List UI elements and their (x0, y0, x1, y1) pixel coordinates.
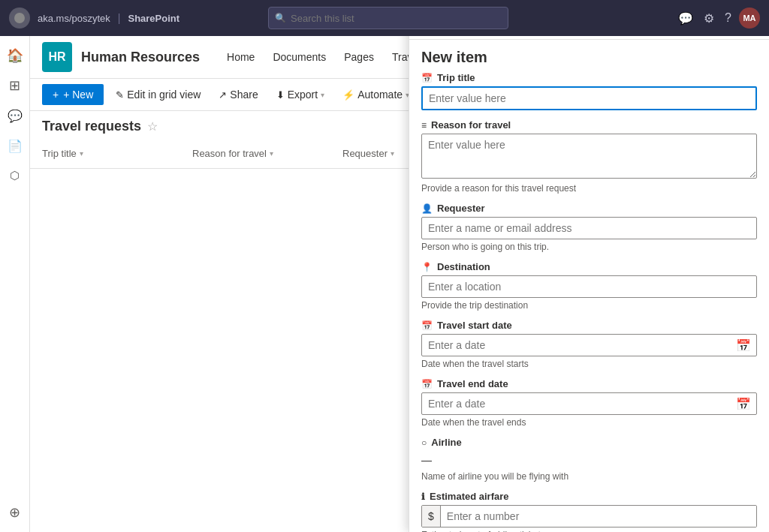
col-header-trip-title[interactable]: Trip title ▾ (42, 148, 192, 159)
reason-textarea[interactable] (421, 134, 757, 179)
new-button[interactable]: + + New (42, 84, 104, 105)
airfare-input-wrapper: $ (421, 505, 757, 527)
sort-icon: ▾ (391, 149, 394, 158)
airfare-info-icon: ℹ (421, 491, 425, 502)
airfare-input[interactable] (441, 506, 756, 527)
top-bar-icons: 💬 ⚙ ? (678, 11, 731, 26)
field-travel-end-date: 📅 Travel end date 📅 Date when the travel… (421, 378, 757, 428)
airfare-prefix: $ (422, 506, 441, 527)
sort-icon: ▾ (80, 149, 83, 158)
requester-icon: 👤 (421, 203, 433, 214)
field-estimated-airfare: ℹ Estimated airfare $ Estimated cost of … (421, 491, 757, 532)
top-bar-avatar (9, 8, 30, 29)
trip-title-icon: 📅 (421, 73, 433, 83)
field-destination: 📍 Destination Provide the trip destinati… (421, 261, 757, 311)
chat-icon[interactable]: 💬 (678, 11, 693, 26)
sidebar-item-chat[interactable]: 💬 (2, 102, 29, 129)
site-title: Human Resources (81, 50, 200, 65)
site-logo: HR (42, 42, 72, 72)
field-travel-start-date: 📅 Travel start date 📅 Date when the trav… (421, 320, 757, 369)
svg-point-0 (14, 13, 25, 23)
edit-icon: ✎ (116, 89, 124, 101)
field-airline: ○ Airline — Name of airline you will be … (421, 437, 757, 482)
automate-icon: ⚡ (342, 89, 354, 101)
export-action[interactable]: ⬇ Export ▾ (270, 84, 330, 105)
col-header-reason[interactable]: Reason for travel ▾ (192, 148, 342, 159)
sort-icon: ▾ (270, 149, 273, 158)
panel-body: 📅 Trip title ≡ Reason for travel Provide… (409, 72, 769, 532)
search-icon: 🔍 (275, 13, 286, 23)
share-icon: ↗ (219, 89, 227, 101)
requester-input[interactable] (421, 217, 757, 239)
automate-action[interactable]: ⚡ Automate ▾ (336, 84, 415, 105)
airline-icon: ○ (421, 437, 427, 448)
start-date-calendar-icon[interactable]: 📅 (736, 338, 751, 353)
top-bar-app: SharePoint (128, 13, 179, 24)
user-avatar[interactable]: MA (739, 8, 760, 29)
new-item-panel: 💾 Save ✕ Cancel 🔗 Copy link ⤢ ··· ✕ New … (409, 0, 769, 532)
top-bar: aka.ms/poszytek | SharePoint 🔍 💬 ⚙ ? MA (0, 0, 769, 36)
export-icon: ⬇ (276, 89, 285, 101)
top-bar-separator: | (118, 12, 121, 24)
edit-grid-view-action[interactable]: ✎ Edit in grid view (110, 84, 207, 105)
search-bar[interactable]: 🔍 (268, 7, 508, 29)
favorite-icon[interactable]: ☆ (147, 119, 158, 134)
end-date-icon: 📅 (421, 379, 433, 389)
help-icon[interactable]: ? (725, 11, 731, 26)
top-bar-domain: aka.ms/poszytek (38, 13, 110, 24)
panel-title: New item (409, 40, 769, 72)
start-date-input[interactable] (421, 334, 757, 356)
list-title: Travel requests (42, 119, 141, 134)
left-sidebar: 🏠 ⊞ 💬 📄 ⬡ ⊕ (0, 36, 30, 532)
end-date-calendar-icon[interactable]: 📅 (736, 397, 751, 411)
start-date-input-wrapper: 📅 (421, 334, 757, 356)
share-action[interactable]: ↗ Share (213, 84, 264, 105)
destination-icon: 📍 (421, 262, 433, 272)
end-date-input-wrapper: 📅 (421, 392, 757, 415)
nav-documents[interactable]: Documents (264, 45, 335, 69)
field-requester: 👤 Requester Person who is going on this … (421, 203, 757, 252)
reason-icon: ≡ (421, 120, 427, 131)
nav-pages[interactable]: Pages (335, 45, 383, 69)
end-date-input[interactable] (421, 392, 757, 415)
field-trip-title: 📅 Trip title (421, 72, 757, 110)
sidebar-item-documents[interactable]: 📄 (2, 132, 29, 159)
nav-home[interactable]: Home (218, 45, 264, 69)
start-date-icon: 📅 (421, 320, 433, 331)
trip-title-input[interactable] (421, 86, 757, 110)
sidebar-item-sites[interactable]: ⬡ (2, 162, 29, 189)
settings-icon[interactable]: ⚙ (704, 11, 714, 26)
airline-dash: — (421, 451, 757, 469)
sidebar-item-apps[interactable]: ⊞ (2, 72, 29, 99)
sidebar-item-home[interactable]: 🏠 (2, 42, 29, 69)
sidebar-item-add[interactable]: ⊕ (2, 499, 29, 526)
field-reason: ≡ Reason for travel Provide a reason for… (421, 119, 757, 194)
destination-input[interactable] (421, 275, 757, 298)
search-input[interactable] (291, 13, 502, 24)
